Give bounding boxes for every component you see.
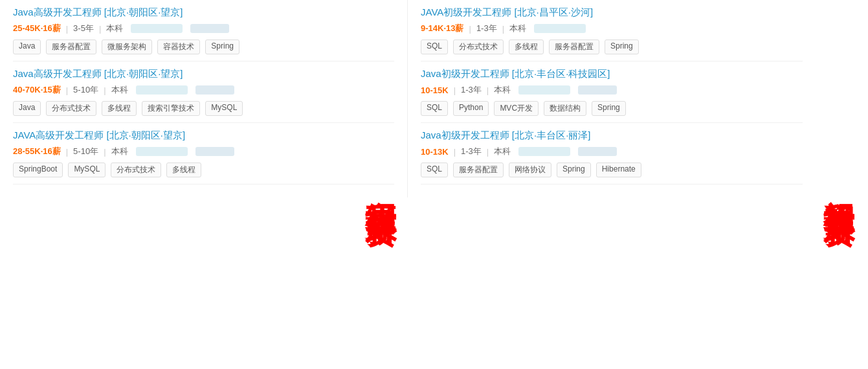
tag: Spring: [205, 39, 239, 54]
tag: MySQL: [205, 101, 243, 116]
job-card: Java初级开发工程师 [北京·丰台区·丽泽] 10-13K | 1-3年 | …: [421, 129, 803, 184]
education: 本科: [111, 146, 128, 157]
experience: 1-3年: [461, 146, 482, 157]
tag: 服务器配置: [453, 162, 504, 177]
company-blur: [136, 147, 188, 156]
education: 本科: [494, 146, 511, 157]
tag: MySQL: [68, 162, 106, 177]
tag: 多线程: [166, 162, 201, 177]
tag: Spring: [557, 162, 591, 177]
job-card: Java初级开发工程师 [北京·丰台区·科技园区] 10-15K | 1-3年 …: [421, 68, 803, 123]
tag: SQL: [421, 162, 448, 177]
tag: 网络协议: [509, 162, 551, 177]
tags-row: SQL Python MVC开发 数据结构 Spring: [421, 101, 803, 116]
tags-row: SpringBoot MySQL 分布式技术 多线程: [13, 162, 394, 177]
tag: 服务器配置: [46, 39, 96, 54]
tag: Spring: [605, 39, 639, 54]
job-info: 10-13K | 1-3年 | 本科: [421, 146, 803, 157]
right-overlay-text: 初级程序员薪资: [810, 0, 868, 369]
experience: 1-3年: [461, 84, 482, 96]
tag: 搜索引擎技术: [142, 101, 200, 116]
job-title[interactable]: Java高级开发工程师 [北京·朝阳区·望京]: [13, 6, 394, 19]
company-blur: [136, 85, 188, 95]
job-card: Java高级开发工程师 [北京·朝阳区·望京] 25-45K·16薪 | 3-5…: [13, 6, 394, 62]
job-card: JAVA初级开发工程师 [北京·昌平区·沙河] 9-14K·13薪 | 1-3年…: [421, 6, 803, 62]
education: 本科: [509, 23, 526, 34]
company-blur: [518, 147, 570, 156]
salary: 9-14K·13薪: [421, 23, 463, 34]
tag: SQL: [421, 101, 448, 116]
job-title[interactable]: JAVA初级开发工程师 [北京·昌平区·沙河]: [421, 6, 803, 19]
tags-row: Java 服务器配置 微服务架构 容器技术 Spring: [13, 39, 394, 54]
tags-row: SQL 服务器配置 网络协议 Spring Hibernate: [421, 162, 803, 177]
job-info: 28-55K·16薪 | 5-10年 | 本科: [13, 146, 394, 157]
job-card: Java高级开发工程师 [北京·朝阳区·望京] 40-70K·15薪 | 5-1…: [13, 68, 394, 123]
tag: 微服务架构: [102, 39, 152, 54]
education: 本科: [106, 23, 123, 34]
salary: 10-15K: [421, 85, 449, 95]
company-blur: [131, 24, 183, 33]
salary: 10-13K: [421, 147, 449, 157]
company-blur2: [195, 147, 234, 156]
tag: Java: [13, 101, 41, 116]
tag: 分布式技术: [46, 101, 96, 116]
experience: 3-5年: [73, 23, 94, 34]
job-info: 10-15K | 1-3年 | 本科: [421, 84, 803, 96]
tags-row: SQL 分布式技术 多线程 服务器配置 Spring: [421, 39, 803, 54]
tag: Java: [13, 39, 41, 54]
right-panel: JAVA初级开发工程师 [北京·昌平区·沙河] 9-14K·13薪 | 1-3年…: [408, 0, 816, 197]
company-blur2: [578, 85, 617, 95]
company-blur: [534, 24, 586, 33]
company-blur2: [190, 24, 229, 33]
salary: 28-55K·16薪: [13, 146, 61, 157]
job-title[interactable]: Java初级开发工程师 [北京·丰台区·丽泽]: [421, 129, 803, 142]
experience: 5-10年: [73, 84, 98, 96]
company-blur2: [195, 85, 234, 95]
tag: SQL: [421, 39, 448, 54]
experience: 1-3年: [476, 23, 497, 34]
job-card: JAVA高级开发工程师 [北京·朝阳区·望京] 28-55K·16薪 | 5-1…: [13, 129, 394, 184]
tag: 分布式技术: [111, 162, 161, 177]
job-info: 40-70K·15薪 | 5-10年 | 本科: [13, 84, 394, 96]
education: 本科: [494, 84, 511, 96]
tag: 服务器配置: [549, 39, 599, 54]
job-title[interactable]: Java高级开发工程师 [北京·朝阳区·望京]: [13, 68, 394, 80]
job-info: 25-45K·16薪 | 3-5年 | 本科: [13, 23, 394, 34]
tag: Spring: [592, 101, 626, 116]
tag: Python: [453, 101, 489, 116]
job-info: 9-14K·13薪 | 1-3年 | 本科: [421, 23, 803, 34]
salary: 40-70K·15薪: [13, 84, 61, 96]
tags-row: Java 分布式技术 多线程 搜索引擎技术 MySQL: [13, 101, 394, 116]
tag: Hibernate: [596, 162, 641, 177]
company-blur2: [578, 147, 617, 156]
right-red-text: 初级程序员薪资: [823, 175, 854, 194]
tag: 多线程: [102, 101, 137, 116]
education: 本科: [111, 84, 128, 96]
tag: 容器技术: [157, 39, 200, 54]
tag: SpringBoot: [13, 162, 63, 177]
job-title[interactable]: Java初级开发工程师 [北京·丰台区·科技园区]: [421, 68, 803, 80]
tag: 多线程: [509, 39, 544, 54]
company-blur: [518, 85, 570, 95]
tag: 分布式技术: [453, 39, 504, 54]
salary: 25-45K·16薪: [13, 23, 61, 34]
tag: 数据结构: [544, 101, 586, 116]
experience: 5-10年: [73, 146, 98, 157]
main-container: Java高级开发工程师 [北京·朝阳区·望京] 25-45K·16薪 | 3-5…: [0, 0, 868, 197]
tag: MVC开发: [494, 101, 539, 116]
left-panel: Java高级开发工程师 [北京·朝阳区·望京] 25-45K·16薪 | 3-5…: [0, 0, 408, 197]
job-title[interactable]: JAVA高级开发工程师 [北京·朝阳区·望京]: [13, 129, 394, 142]
